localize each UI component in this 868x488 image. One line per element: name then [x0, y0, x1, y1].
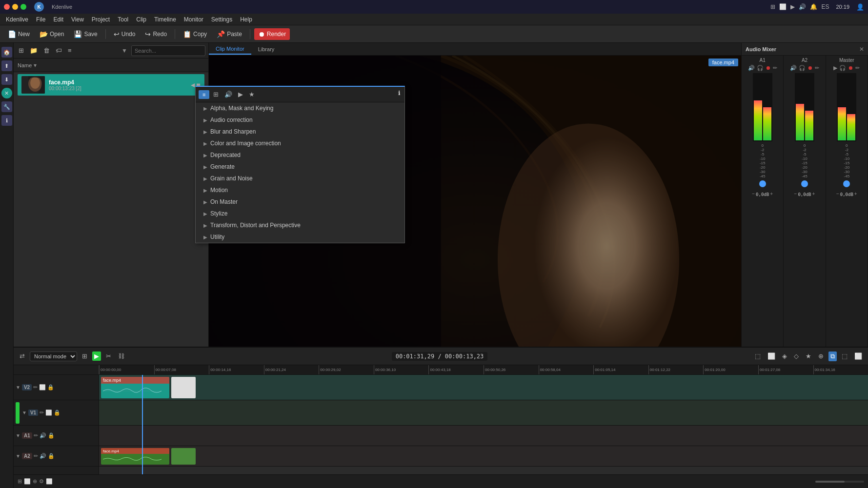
panel-btn-delete[interactable]: 🗑 — [41, 46, 52, 55]
sidebar-icon-4[interactable]: ✕ — [1, 88, 12, 98]
tab-library[interactable]: Library — [251, 44, 282, 54]
v1-eye-icon[interactable]: ⬜ — [45, 410, 52, 416]
tl-in-out-btn[interactable]: ⧉ — [828, 351, 837, 361]
notification-icon[interactable]: 🔔 — [810, 3, 817, 10]
tl-bottom-icon-3[interactable]: ⊕ — [33, 478, 37, 485]
menu-timeline[interactable]: Timeline — [150, 15, 180, 24]
a1-speaker-icon[interactable]: 🔊 — [748, 65, 755, 71]
a1-fader[interactable] — [759, 180, 766, 187]
sidebar-icon-5[interactable]: 🔧 — [1, 101, 12, 112]
a1-plus[interactable]: + — [770, 191, 773, 196]
a1-record-icon[interactable]: ⏺ — [766, 65, 771, 71]
menu-settings[interactable]: Settings — [207, 15, 236, 24]
a2-minus[interactable]: − — [794, 191, 797, 196]
tl-bottom-icon-2[interactable]: ⬜ — [24, 478, 31, 485]
tl-extract-btn[interactable]: ◈ — [780, 351, 789, 361]
sidebar-icon-6[interactable]: ℹ — [1, 115, 12, 126]
tl-insert-btn[interactable]: ⬚ — [753, 351, 763, 361]
maximize-dot[interactable] — [20, 4, 26, 10]
effect-grain-noise[interactable]: ▶ Grain and Noise — [196, 173, 404, 184]
menu-view[interactable]: View — [67, 15, 88, 24]
timeline-mode-select[interactable]: Normal mode — [30, 351, 77, 361]
tl-group-btn[interactable]: ⊞ — [80, 351, 89, 361]
v1-lock-icon[interactable]: 🔒 — [54, 410, 61, 416]
effect-motion[interactable]: ▶ Motion — [196, 184, 404, 196]
a1-edit-icon[interactable]: ✏ — [34, 432, 38, 439]
a2-lock-icon[interactable]: 🔒 — [48, 453, 55, 459]
effects-btn-star[interactable]: ★ — [247, 90, 257, 99]
tl-zoom-slider[interactable] — [815, 481, 864, 483]
v2-collapse[interactable]: ▼ — [16, 385, 20, 390]
panel-btn-tag[interactable]: 🏷 — [54, 46, 64, 55]
sidebar-icon-1[interactable]: 🏠 — [1, 47, 12, 58]
project-search-input[interactable] — [131, 45, 205, 56]
audio-icon[interactable]: 🔊 — [799, 3, 806, 10]
a1-headphone-icon[interactable]: 🎧 — [757, 65, 764, 71]
master-record-icon[interactable]: ⏺ — [848, 65, 853, 71]
layout-icon[interactable]: ⊞ — [770, 3, 775, 10]
menu-clip[interactable]: Clip — [132, 15, 150, 24]
a2-fader[interactable] — [801, 180, 808, 187]
tl-zoom-btn[interactable]: ⊕ — [816, 351, 826, 361]
new-button[interactable]: 📄 New — [4, 28, 34, 40]
effect-utility[interactable]: ▶ Utility — [196, 231, 404, 243]
effect-generate[interactable]: ▶ Generate — [196, 161, 404, 173]
effect-color-image[interactable]: ▶ Color and Image correction — [196, 137, 404, 149]
open-button[interactable]: 📂 Open — [36, 28, 68, 40]
v2-eye-icon[interactable]: ⬜ — [39, 384, 46, 390]
master-fader[interactable] — [843, 180, 850, 187]
tl-cut-btn[interactable]: ✂ — [104, 351, 113, 361]
menu-file[interactable]: File — [32, 15, 49, 24]
v1-edit-icon[interactable]: ✏ — [40, 410, 44, 416]
audio-mixer-close[interactable]: ✕ — [859, 46, 864, 53]
v2-lock-icon[interactable]: 🔒 — [47, 384, 54, 390]
effect-on-master[interactable]: ▶ On Master — [196, 196, 404, 208]
filter-icon[interactable]: ▼ — [121, 47, 127, 54]
effect-blur-sharpen[interactable]: ▶ Blur and Sharpen — [196, 126, 404, 137]
tl-link-btn[interactable]: ⛓ — [116, 351, 126, 361]
effect-transform[interactable]: ▶ Transform, Distort and Perspective — [196, 219, 404, 231]
master-plus[interactable]: + — [854, 191, 857, 196]
master-edit-icon[interactable]: ✏ — [855, 65, 860, 71]
user-icon[interactable]: 👤 — [856, 3, 864, 11]
effects-btn-video[interactable]: ▶ — [236, 90, 245, 99]
tl-bottom-icon-5[interactable]: ⬜ — [46, 478, 53, 485]
a1-edit-icon[interactable]: ✏ — [773, 65, 777, 71]
a2-edit-icon[interactable]: ✏ — [815, 65, 819, 71]
sidebar-icon-3[interactable]: ⬇ — [1, 74, 12, 85]
window-controls[interactable] — [4, 4, 26, 10]
menu-monitor[interactable]: Monitor — [180, 15, 207, 24]
menu-help[interactable]: Help — [236, 15, 256, 24]
panel-btn-view[interactable]: ⊞ — [17, 46, 26, 55]
undo-button[interactable]: ↩ Undo — [110, 28, 140, 40]
a1-speaker-icon[interactable]: 🔊 — [40, 432, 46, 439]
menu-edit[interactable]: Edit — [49, 15, 67, 24]
a2-speaker-icon[interactable]: 🔊 — [40, 453, 46, 459]
tl-sync-btn[interactable]: ⇄ — [18, 351, 27, 361]
paste-button[interactable]: 📌 Paste — [213, 28, 246, 40]
a2-plus[interactable]: + — [812, 191, 815, 196]
menu-project[interactable]: Project — [88, 15, 114, 24]
a2-empty-clip[interactable] — [171, 448, 196, 465]
menu-tool[interactable]: Tool — [114, 15, 132, 24]
master-headphone-icon[interactable]: 🎧 — [839, 65, 846, 71]
copy-button[interactable]: 📋 Copy — [179, 28, 211, 40]
tl-star-btn[interactable]: ★ — [804, 351, 813, 361]
tl-lift-btn[interactable]: ◇ — [792, 351, 801, 361]
a2-speaker-icon[interactable]: 🔊 — [790, 65, 797, 71]
effects-tab-categories[interactable]: ≡ — [199, 90, 209, 99]
v2-empty-clip[interactable] — [171, 377, 196, 398]
v2-edit-icon[interactable]: ✏ — [33, 384, 38, 390]
a2-edit-icon[interactable]: ✏ — [34, 453, 38, 459]
clip-item[interactable]: face.mp4 00:00:13:23 [2] ◀ ◼ — [18, 74, 204, 96]
save-button[interactable]: 💾 Save — [70, 28, 101, 40]
a2-record-icon[interactable]: ⏺ — [807, 65, 813, 71]
minimize-dot[interactable] — [12, 4, 18, 10]
master-minus[interactable]: − — [836, 191, 839, 196]
close-dot[interactable] — [4, 4, 10, 10]
effects-btn-audio[interactable]: 🔊 — [222, 90, 234, 99]
effect-audio-correction[interactable]: ▶ Audio correction — [196, 114, 404, 126]
tl-overwrite-btn[interactable]: ⬜ — [766, 351, 777, 361]
tl-monitor-btn[interactable]: ⬜ — [852, 351, 864, 361]
tl-bottom-icon-1[interactable]: ⊞ — [18, 478, 22, 485]
